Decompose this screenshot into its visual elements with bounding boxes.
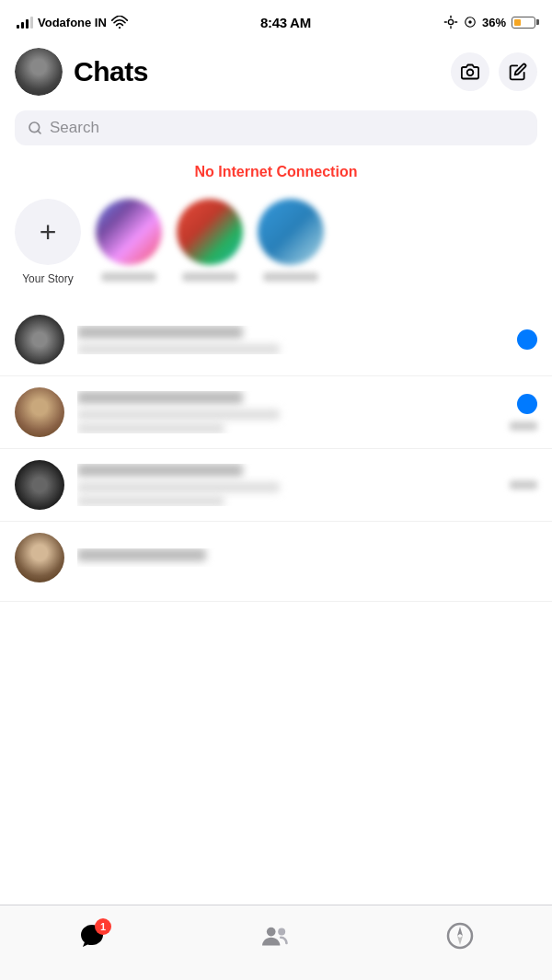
chat-content-3 bbox=[77, 464, 510, 506]
compose-button[interactable] bbox=[499, 52, 537, 91]
chat-message-2b bbox=[77, 423, 224, 433]
chat-name-3 bbox=[77, 464, 243, 477]
wifi-icon bbox=[111, 16, 128, 29]
chat-avatar-1 bbox=[15, 315, 64, 364]
chat-list bbox=[0, 304, 552, 602]
svg-marker-15 bbox=[457, 936, 463, 945]
chat-time-3 bbox=[510, 480, 537, 490]
chat-meta-2 bbox=[510, 394, 537, 431]
no-internet-banner: No Internet Connection bbox=[0, 158, 552, 190]
plus-icon: + bbox=[40, 217, 57, 247]
chat-content-1 bbox=[77, 326, 517, 354]
stories-row: + Your Story bbox=[0, 190, 552, 304]
signal-bars bbox=[17, 16, 33, 29]
chat-message-2 bbox=[77, 409, 280, 420]
chat-message-1 bbox=[77, 344, 280, 354]
your-story-label: Your Story bbox=[22, 272, 74, 285]
location-icon bbox=[464, 15, 477, 29]
chat-message-3 bbox=[77, 482, 280, 492]
people-icon bbox=[262, 923, 290, 949]
chat-meta-3 bbox=[510, 480, 537, 490]
svg-point-11 bbox=[267, 927, 276, 936]
chat-notification-badge: 1 bbox=[95, 918, 111, 935]
chats-nav-icon: 1 bbox=[78, 922, 106, 950]
battery-percent: 36% bbox=[482, 16, 506, 29]
status-bar: Vodafone IN 8:43 AM 36% bbox=[0, 0, 552, 40]
chat-item-2[interactable] bbox=[0, 376, 552, 449]
app-header: Chats bbox=[0, 40, 552, 107]
brightness-icon bbox=[443, 15, 458, 29]
chat-avatar-3 bbox=[15, 460, 64, 510]
nav-chats[interactable]: 1 bbox=[78, 922, 106, 950]
compass-icon bbox=[446, 922, 474, 950]
groups-nav-icon bbox=[262, 922, 290, 950]
chat-message-3b bbox=[77, 496, 224, 506]
story-name-3 bbox=[263, 272, 318, 282]
search-placeholder: Search bbox=[50, 119, 99, 137]
chat-content-2 bbox=[77, 391, 510, 433]
story-item-2[interactable] bbox=[177, 199, 243, 282]
chat-item-1[interactable] bbox=[0, 304, 552, 376]
nav-groups[interactable] bbox=[262, 922, 290, 950]
story-item-1[interactable] bbox=[96, 199, 162, 282]
chat-name-4 bbox=[77, 548, 206, 561]
page-title: Chats bbox=[74, 56, 451, 87]
chat-name-1 bbox=[77, 326, 243, 339]
chat-avatar-2 bbox=[15, 387, 64, 437]
story-name-2 bbox=[182, 272, 237, 282]
story-avatar-2[interactable] bbox=[177, 199, 243, 265]
compose-icon bbox=[509, 63, 527, 81]
svg-point-7 bbox=[468, 20, 472, 24]
nav-compass[interactable] bbox=[446, 922, 474, 950]
unread-badge-2 bbox=[517, 394, 537, 414]
chat-time-2 bbox=[510, 421, 537, 431]
camera-icon bbox=[461, 63, 479, 81]
chat-name-2 bbox=[77, 391, 243, 404]
chat-item-4[interactable] bbox=[0, 522, 552, 602]
search-icon bbox=[28, 121, 42, 135]
chat-content-4 bbox=[77, 548, 537, 567]
svg-marker-14 bbox=[457, 927, 463, 936]
search-container: Search bbox=[0, 107, 552, 158]
bottom-navigation: 1 bbox=[0, 905, 552, 980]
story-avatar-3[interactable] bbox=[258, 199, 324, 265]
svg-point-12 bbox=[278, 928, 285, 935]
story-avatar-1[interactable] bbox=[96, 199, 162, 265]
status-right: 36% bbox=[443, 15, 535, 29]
story-item-3[interactable] bbox=[258, 199, 324, 282]
svg-line-10 bbox=[38, 131, 40, 133]
svg-point-0 bbox=[119, 27, 121, 29]
unread-badge-1 bbox=[517, 329, 537, 350]
battery-indicator bbox=[512, 17, 535, 29]
profile-avatar[interactable] bbox=[15, 48, 63, 96]
compass-nav-icon bbox=[446, 922, 474, 950]
carrier-label: Vodafone IN bbox=[38, 16, 107, 29]
chat-meta-1 bbox=[517, 329, 537, 350]
chat-avatar-4 bbox=[15, 533, 64, 582]
status-time: 8:43 AM bbox=[260, 15, 311, 30]
add-story-button[interactable]: + bbox=[15, 199, 81, 265]
header-actions bbox=[451, 52, 537, 91]
camera-button[interactable] bbox=[451, 52, 489, 91]
story-name-1 bbox=[101, 272, 156, 282]
status-left: Vodafone IN bbox=[17, 16, 128, 29]
chat-item-3[interactable] bbox=[0, 449, 552, 522]
svg-point-8 bbox=[467, 70, 474, 76]
search-bar[interactable]: Search bbox=[15, 110, 537, 145]
svg-point-1 bbox=[448, 19, 453, 24]
add-story-item[interactable]: + Your Story bbox=[15, 199, 81, 285]
